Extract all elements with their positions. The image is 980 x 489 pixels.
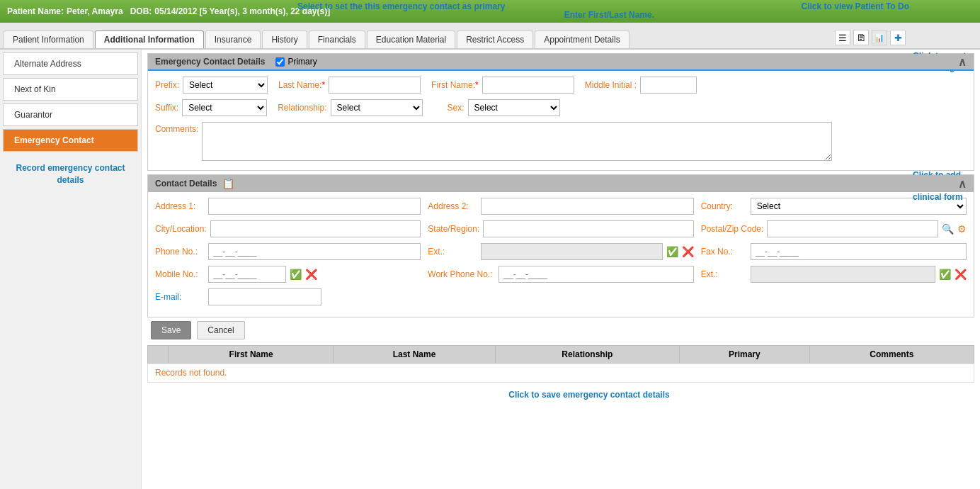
last-name-label: Last Name:* xyxy=(278,80,325,90)
city-label: City/Location: xyxy=(155,224,207,234)
table-header-primary: Primary xyxy=(679,346,809,364)
emergency-contact-section: Emergency Contact Details Primary ∧ Pref… xyxy=(147,53,974,171)
ext-green-icon[interactable]: ✅ xyxy=(666,246,678,257)
emergency-contact-title: Emergency Contact Details xyxy=(155,57,265,67)
gear-icon[interactable]: ⚙ xyxy=(957,223,967,235)
sidebar-item-emergency-contact[interactable]: Emergency Contact xyxy=(3,129,138,152)
work-ext-cancel-icon[interactable]: ❌ xyxy=(955,269,967,280)
tooltip-primary: Select to set the this emergency contact… xyxy=(297,1,505,11)
comments-input[interactable] xyxy=(202,122,832,161)
tab-financials[interactable]: Financials xyxy=(309,30,365,48)
relationship-select[interactable]: Select xyxy=(331,99,423,116)
sex-select[interactable]: Select xyxy=(468,99,560,116)
mobile-green-icon[interactable]: ✅ xyxy=(290,269,302,280)
table-header-last-name: Last Name xyxy=(334,346,496,364)
last-name-field: Last Name:* xyxy=(278,77,421,94)
comments-label: Comments: xyxy=(155,122,198,134)
collapse-ec-icon[interactable]: ∧ xyxy=(958,55,967,69)
email-input[interactable] xyxy=(208,288,321,305)
dob-label: DOB: xyxy=(130,6,152,16)
first-name-field: First Name:* xyxy=(431,77,574,94)
middle-initial-label: Middle Initial : xyxy=(585,80,637,90)
middle-initial-input[interactable] xyxy=(640,77,697,94)
phone-input[interactable] xyxy=(208,243,421,260)
icon-list[interactable]: ☰ xyxy=(835,30,850,45)
primary-checkbox-label[interactable]: Primary xyxy=(275,57,317,67)
sex-label: Sex: xyxy=(448,103,465,113)
email-label: E-mail: xyxy=(155,292,205,302)
contact-details-section: Contact Details 📋 ∧ Address 1: Address 2… xyxy=(147,174,974,317)
search-icon[interactable]: 🔍 xyxy=(942,223,954,235)
tooltip-enter-name: Enter First/Last Name. xyxy=(564,10,654,20)
relationship-field: Relationship: Select xyxy=(278,99,422,116)
patient-name-label: Patient Name: xyxy=(7,6,64,16)
fax-label: Fax No.: xyxy=(701,247,747,257)
prefix-field: Prefix: Select xyxy=(155,77,268,94)
records-table: First Name Last Name Relationship Primar… xyxy=(147,345,974,383)
state-input[interactable] xyxy=(483,220,694,237)
fax-input[interactable] xyxy=(751,243,967,260)
tab-history[interactable]: History xyxy=(262,30,307,48)
primary-checkbox[interactable] xyxy=(275,57,285,67)
relationship-label: Relationship: xyxy=(278,103,326,113)
city-input[interactable] xyxy=(210,220,421,237)
tab-insurance[interactable]: Insurance xyxy=(205,30,261,48)
table-header-relationship: Relationship xyxy=(495,346,679,364)
tab-education-material[interactable]: Education Material xyxy=(367,30,455,48)
tooltip-patient-todo: Click to view Patient To Do xyxy=(802,1,909,11)
suffix-field: Suffix: Select xyxy=(155,99,267,116)
icon-chart[interactable]: 📊 xyxy=(872,30,887,45)
records-not-found: Records not found. xyxy=(148,364,974,383)
icon-add-form[interactable]: ✚ xyxy=(890,30,906,45)
first-name-input[interactable] xyxy=(482,77,574,94)
sidebar-item-next-of-kin[interactable]: Next of Kin xyxy=(3,78,138,101)
prefix-select[interactable]: Select xyxy=(183,77,268,94)
phone-label: Phone No.: xyxy=(155,247,205,257)
address1-input[interactable] xyxy=(208,198,421,215)
work-ext-input[interactable] xyxy=(751,266,935,283)
work-ext-green-icon[interactable]: ✅ xyxy=(939,269,951,280)
ext-input[interactable] xyxy=(481,243,662,260)
tab-additional-information[interactable]: Additional Information xyxy=(95,30,204,48)
country-label: Country: xyxy=(701,201,747,211)
ext-cancel-icon[interactable]: ❌ xyxy=(682,246,694,257)
copy-icon[interactable]: 📋 xyxy=(222,178,234,189)
contact-details-title: Contact Details xyxy=(155,179,217,189)
first-name-label: First Name:* xyxy=(431,80,479,90)
save-button[interactable]: Save xyxy=(151,321,191,339)
last-name-input[interactable] xyxy=(329,77,421,94)
address1-label: Address 1: xyxy=(155,201,205,211)
mobile-cancel-icon[interactable]: ❌ xyxy=(305,269,317,280)
postal-label: Postal/Zip Code: xyxy=(701,224,764,234)
ext-label: Ext.: xyxy=(428,247,477,257)
mobile-label: Mobile No.: xyxy=(155,269,205,279)
prefix-label: Prefix: xyxy=(155,80,179,90)
tab-patient-information[interactable]: Patient Information xyxy=(4,30,93,48)
table-header-checkbox xyxy=(148,346,169,364)
tooltip-record: Record emergency contact details xyxy=(4,162,137,186)
sidebar-item-guarantor[interactable]: Guarantor xyxy=(3,103,138,126)
cancel-button[interactable]: Cancel xyxy=(197,321,244,339)
patient-name: Peter, Amayra xyxy=(67,6,123,16)
state-label: State/Region: xyxy=(428,224,479,234)
address2-input[interactable] xyxy=(481,198,693,215)
work-phone-label: Work Phone No.: xyxy=(428,269,495,279)
tab-appointment-details[interactable]: Appointment Details xyxy=(535,30,629,48)
table-header-first-name: First Name xyxy=(169,346,334,364)
middle-initial-field: Middle Initial : xyxy=(585,77,697,94)
work-ext-label: Ext.: xyxy=(701,269,747,279)
postal-input[interactable] xyxy=(767,220,938,237)
address2-label: Address 2: xyxy=(428,201,477,211)
collapse-cd-icon[interactable]: ∧ xyxy=(958,177,967,191)
sex-field: Sex: Select xyxy=(448,99,560,116)
tooltip-save: Click to save emergency contact details xyxy=(147,386,974,400)
mobile-input[interactable] xyxy=(208,266,286,283)
suffix-select[interactable]: Select xyxy=(182,99,267,116)
sidebar-item-alternate-address[interactable]: Alternate Address xyxy=(3,52,138,75)
icon-document[interactable]: 🖹 xyxy=(853,30,869,45)
suffix-label: Suffix: xyxy=(155,103,178,113)
work-phone-input[interactable] xyxy=(498,266,693,283)
table-header-comments: Comments xyxy=(809,346,974,364)
tab-restrict-access[interactable]: Restrict Access xyxy=(457,30,533,48)
